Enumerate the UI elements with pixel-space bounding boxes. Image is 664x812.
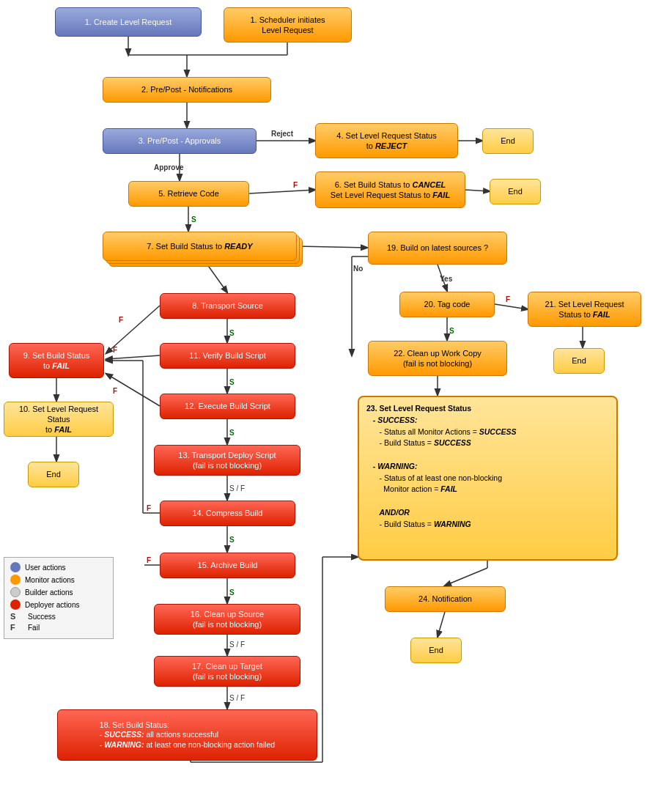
execute-build-script-box: 12. Execute Build Script: [160, 394, 295, 419]
svg-line-24: [106, 374, 160, 406]
svg-line-46: [298, 246, 367, 248]
builder-actions-icon: [10, 587, 21, 597]
svg-line-60: [438, 612, 445, 637]
svg-text:F: F: [119, 316, 123, 324]
svg-line-59: [445, 568, 487, 586]
legend-fail: F Fail: [10, 623, 107, 632]
svg-text:F: F: [506, 295, 510, 303]
set-lr-status-big-box: 23. Set Level Request Status - SUCCESS: …: [358, 396, 618, 561]
legend-success: S Success: [10, 612, 107, 621]
legend-user-actions: User actions: [10, 562, 107, 572]
verify-build-script-box: 11. Verify Build Script: [160, 343, 295, 369]
retrieve-code-box: 5. Retrieve Code: [128, 181, 249, 207]
svg-text:F: F: [293, 181, 298, 189]
end-box-1: End: [482, 128, 534, 154]
svg-text:Yes: Yes: [440, 275, 453, 283]
cleanup-work-copy-box: 22. Clean up Work Copy(fail is not block…: [368, 341, 507, 376]
set-reject-box: 4. Set Level Request Statusto REJECT: [315, 123, 458, 158]
svg-text:S: S: [229, 378, 235, 386]
cleanup-source-box: 16. Clean up Source(fail is not blocking…: [154, 604, 300, 635]
legend-monitor-actions: Monitor actions: [10, 575, 107, 585]
svg-text:F: F: [147, 504, 151, 512]
svg-line-20: [106, 355, 160, 359]
set-build-fail-box: 9. Set Build Statusto FAIL: [9, 343, 104, 378]
transport-deploy-script-box: 13. Transport Deploy Script(fail is not …: [154, 445, 300, 476]
svg-text:S: S: [229, 536, 235, 544]
svg-text:F: F: [147, 556, 151, 564]
set-level-fail-box: 10. Set Level Request Statusto FAIL: [4, 402, 114, 437]
create-level-request-box: 1. Create Level Request: [55, 7, 202, 37]
set-ready-box: 7. Set Build Status to READY: [103, 232, 297, 261]
svg-text:Approve: Approve: [154, 163, 184, 171]
svg-text:No: No: [353, 265, 363, 273]
svg-text:S: S: [191, 215, 196, 224]
svg-text:S / F: S / F: [229, 641, 245, 649]
transport-source-box: 8. Transport Source: [160, 293, 295, 319]
svg-text:S / F: S / F: [229, 694, 245, 702]
svg-text:F: F: [113, 387, 117, 395]
svg-text:S: S: [229, 429, 235, 437]
svg-line-52: [495, 304, 528, 309]
cleanup-target-box: 17. Clean up Target(fail is not blocking…: [154, 656, 300, 687]
set-lr-fail-box: 21. Set Level RequestStatus to FAIL: [528, 292, 641, 327]
svg-line-12: [465, 190, 490, 191]
monitor-actions-icon: [10, 575, 21, 585]
svg-text:Reject: Reject: [271, 130, 294, 138]
svg-text:S / F: S / F: [229, 484, 245, 492]
svg-text:F: F: [113, 346, 117, 354]
tag-code-box: 20. Tag code: [399, 292, 495, 317]
pre-post-approvals-box: 3. Pre/Post - Approvals: [103, 128, 257, 154]
svg-line-16: [106, 306, 160, 353]
scheduler-initiates-box: 1. Scheduler initiatesLevel Request: [224, 7, 352, 43]
end-box-3: End: [28, 462, 79, 487]
notification-box: 24. Notification: [385, 586, 506, 612]
user-actions-icon: [10, 562, 21, 572]
build-on-latest-box: 19. Build on latest sources ?: [368, 232, 507, 265]
svg-text:S: S: [229, 329, 235, 337]
svg-line-10: [249, 190, 315, 193]
archive-build-box: 15. Archive Build: [160, 553, 295, 578]
deployer-actions-icon: [10, 599, 21, 610]
end-box-2: End: [490, 179, 541, 204]
legend-deployer-actions: Deployer actions: [10, 599, 107, 610]
svg-text:S: S: [449, 327, 454, 335]
legend: User actions Monitor actions Builder act…: [4, 557, 114, 639]
pre-post-notifications-box: 2. Pre/Post - Notifications: [103, 77, 271, 103]
svg-text:S: S: [229, 588, 235, 597]
end-box-5: End: [410, 638, 462, 663]
set-build-status-box: 18. Set Build Status: - SUCCESS: all act…: [57, 709, 317, 761]
svg-line-50: [438, 265, 447, 291]
end-box-4: End: [553, 348, 605, 374]
flowchart-diagram: Reject Approve F S F S F S F S: [0, 0, 664, 812]
compress-build-box: 14. Compress Build: [160, 501, 295, 526]
set-cancel-box: 6. Set Build Status to CANCELSet Level R…: [315, 171, 465, 208]
legend-builder-actions: Builder actions: [10, 587, 107, 597]
